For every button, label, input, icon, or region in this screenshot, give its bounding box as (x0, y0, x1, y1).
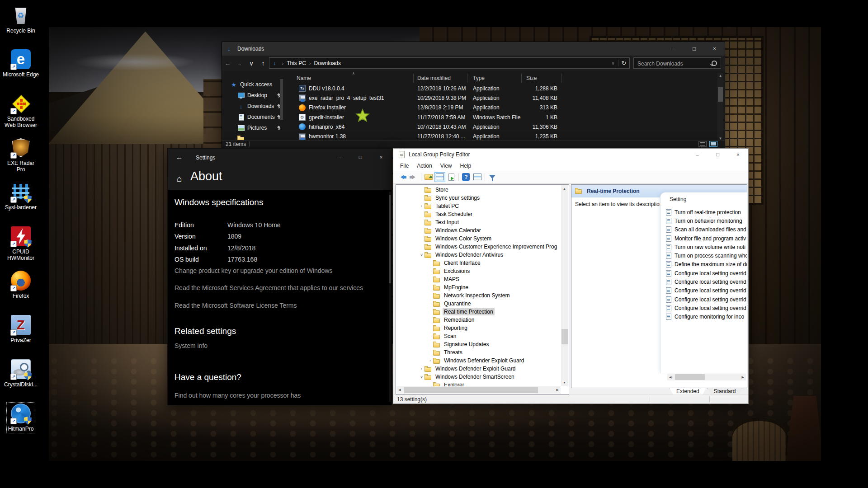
processor-cores-link[interactable]: Find out how many cores your processor h… (175, 392, 301, 399)
tree-item[interactable]: Task Scheduler (396, 210, 561, 218)
scrollbar-thumb[interactable] (404, 387, 538, 393)
tree-item[interactable]: Threats (396, 348, 561, 357)
desktop-icon[interactable]: ♻ ↗ Recycle Bin (1, 5, 41, 35)
tree-item-label[interactable]: Signature Updates (443, 341, 490, 348)
minimize-button[interactable]: – (329, 149, 350, 166)
tree-item[interactable]: › Tablet PC (396, 202, 561, 210)
tree-vertical-scrollbar[interactable]: ▲ ▼ (561, 185, 568, 386)
column-divider[interactable] (413, 74, 414, 83)
sidebar-item[interactable]: Pictures (222, 122, 289, 133)
desktop-icon[interactable]: ↗ SysHardener (1, 181, 41, 211)
tree-expander-icon[interactable]: › (419, 366, 425, 371)
tree-item-label[interactable]: Client Interface (443, 259, 482, 267)
help-icon[interactable]: ? (461, 172, 472, 182)
column-divider[interactable] (521, 74, 522, 83)
tree-item-label[interactable]: Sync your settings (434, 194, 481, 202)
tree-expander-icon[interactable]: ∨ (419, 375, 425, 379)
tree-item[interactable]: Windows Calendar (396, 226, 561, 235)
tree-item-label[interactable]: Tablet PC (434, 202, 460, 210)
tree-item[interactable]: Windows Color System (396, 235, 561, 243)
services-agreement-link[interactable]: Read the Microsoft Services Agreement th… (175, 284, 363, 291)
column-divider[interactable] (467, 74, 467, 83)
desktop-icon[interactable]: e ↗ Microsoft Edge (1, 48, 41, 79)
tree-item-label[interactable]: Windows Calendar (434, 227, 482, 234)
tree-item[interactable]: Quarantine (396, 300, 561, 308)
tree-item[interactable]: Store (396, 186, 561, 194)
scrollbar-thumb[interactable] (389, 195, 391, 283)
tree-expander-icon[interactable]: ∨ (419, 253, 425, 257)
settings-scrollbar[interactable] (389, 192, 391, 402)
tree-item-label[interactable]: Windows Defender Exploit Guard (434, 365, 517, 372)
desktop-icon[interactable]: ↗ EXE Radar Pro (1, 137, 41, 174)
policy-setting-row[interactable]: Scan all downloaded files and (666, 225, 747, 234)
minimize-button[interactable]: – (664, 42, 684, 56)
address-dropdown-icon[interactable]: ∨ (608, 61, 618, 66)
column-divider[interactable] (561, 74, 561, 83)
desktop-icon[interactable]: ↗ CrystalDiskI... (1, 358, 41, 389)
desktop-icon[interactable]: ↗ Firefox (1, 270, 41, 300)
separator[interactable] (483, 172, 486, 182)
export-list-icon[interactable] (446, 172, 457, 182)
up-icon[interactable]: ↑ (257, 56, 269, 71)
tree-item[interactable]: › Windows Defender Exploit Guard (396, 365, 561, 373)
tree-item-label[interactable]: Windows Customer Experience Improvement … (434, 243, 558, 250)
license-terms-link[interactable]: Read the Microsoft Software License Term… (175, 302, 297, 309)
refresh-icon[interactable]: ↻ (618, 60, 629, 66)
tree-item-label[interactable]: Real-time Protection (443, 308, 495, 315)
tree-item-label[interactable]: Scan (443, 333, 458, 340)
policy-setting-row[interactable]: Turn on process scanning whe (666, 251, 747, 260)
file-list-scrollbar[interactable]: ▲ ▼ (717, 73, 723, 141)
details-view-icon[interactable] (698, 141, 707, 147)
recent-locations-icon[interactable]: ∨ (245, 56, 257, 71)
policy-setting-row[interactable]: Configure local setting overrid (666, 304, 747, 312)
tree-expander-icon[interactable]: › (427, 358, 433, 363)
policy-setting-row[interactable]: Configure local setting overrid (666, 277, 747, 286)
column-header-type[interactable]: Type (473, 75, 485, 81)
tree-item-label[interactable]: MAPS (443, 276, 461, 283)
tree-expander-icon[interactable]: › (419, 204, 425, 208)
tree-item[interactable]: ∨ Windows Defender SmartScreen (396, 373, 561, 381)
address-bar[interactable]: ↓ ›This PC›Downloads ∨ ↻ (269, 57, 630, 69)
back-icon[interactable] (397, 172, 408, 182)
close-button[interactable]: × (704, 42, 725, 56)
desktop-icon[interactable]: Z ↗ PrivaZer (1, 314, 41, 344)
menu-item[interactable]: Help (456, 163, 476, 169)
tree-item[interactable]: › Windows Defender Exploit Guard (396, 357, 561, 365)
tree-item[interactable]: Reporting (396, 324, 561, 332)
file-row[interactable]: exe_radar_pro_4_setup_test31 10/29/2018 … (290, 93, 718, 103)
tree-item[interactable]: Scan (396, 332, 561, 340)
tree-item-label[interactable]: Windows Defender Antivirus (434, 251, 505, 258)
show-action-pane-icon[interactable] (472, 172, 483, 182)
tree-item-label[interactable]: Windows Defender Exploit Guard (443, 357, 525, 364)
sidebar-item[interactable]: Documents (222, 112, 289, 122)
tree-item[interactable]: Signature Updates (396, 340, 561, 348)
tree-item-label[interactable]: Task Scheduler (434, 211, 474, 218)
scroll-up-icon[interactable]: ▲ (563, 187, 566, 190)
sidebar-item[interactable]: Desktop (222, 90, 289, 101)
file-row[interactable]: 7z DDU v18.0.0.4 12/2/2018 10:26 AM Appl… (290, 84, 718, 93)
sidebar-scrollbar[interactable] (280, 79, 283, 120)
maximize-button[interactable]: □ (350, 149, 371, 166)
back-icon[interactable]: ← (222, 56, 234, 71)
menu-item[interactable]: Action (413, 163, 436, 169)
tree-item-label[interactable]: Exclusions (443, 267, 471, 275)
policy-setting-row[interactable]: Configure local setting overrid (666, 269, 747, 277)
menu-item[interactable]: File (396, 163, 413, 169)
large-icons-view-icon[interactable] (709, 141, 717, 147)
scroll-right-icon[interactable]: ▶ (557, 388, 559, 392)
scrollbar-thumb[interactable] (561, 329, 568, 344)
policy-setting-row[interactable]: Configure monitoring for inco (666, 313, 747, 321)
tree-item[interactable]: Explorer (396, 381, 561, 386)
file-row[interactable]: hitmanpro_x64 10/7/2018 10:43 AM Applica… (290, 122, 718, 131)
tree-item[interactable]: MpEngine (396, 283, 561, 291)
tree-item-label[interactable]: Text Input (434, 219, 460, 226)
back-icon[interactable]: ← (176, 153, 183, 161)
file-row[interactable]: Firefox Installer 12/8/2018 2:19 PM Appl… (290, 103, 718, 113)
policy-setting-row[interactable]: Turn on raw volume write noti (666, 243, 747, 251)
forward-icon[interactable]: → (234, 56, 245, 72)
tree-item-label[interactable]: Reporting (443, 324, 469, 332)
tree-item[interactable]: Client Interface (396, 259, 561, 267)
separator[interactable] (420, 172, 423, 182)
tree-item-label[interactable]: MpEngine (443, 284, 470, 291)
desktop-icon[interactable]: ↗ CPUID HWMonitor (1, 225, 41, 262)
